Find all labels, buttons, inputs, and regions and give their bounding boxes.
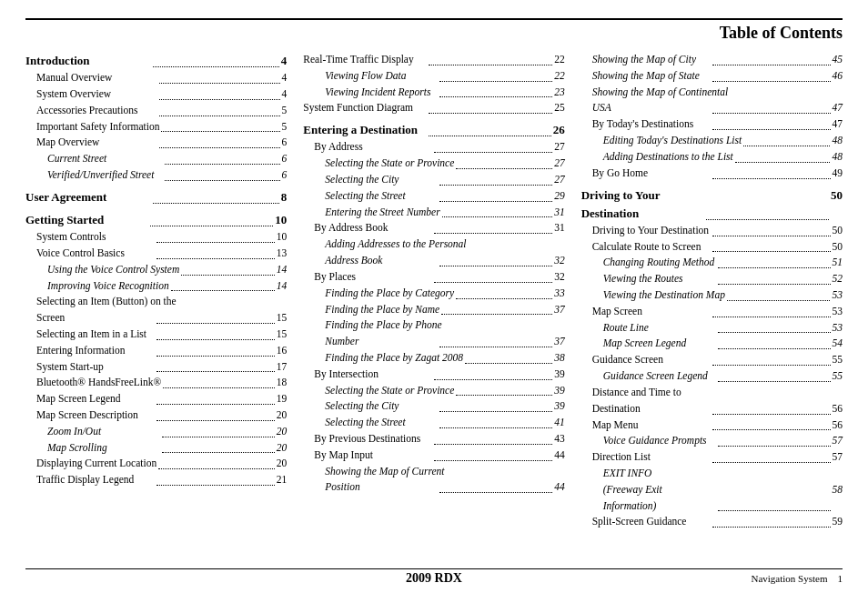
toc-entry: Map Screen Description 20 — [25, 407, 287, 424]
toc-entry: Displaying Current Location 20 — [25, 456, 287, 472]
toc-entry-dots — [434, 220, 552, 234]
toc-entry-dots — [156, 327, 275, 340]
toc-entry-page: 48 — [832, 133, 843, 149]
toc-entry-label: Finding the Place by Name — [325, 302, 439, 318]
toc-wrap-line2: Number 37 — [325, 334, 564, 350]
toc-entry-label: Showing the Map of City — [592, 52, 711, 68]
toc-entry-page: 53 — [832, 287, 843, 304]
toc-entry: Entering Information 16 — [25, 343, 287, 359]
toc-entry-page: 54 — [833, 336, 843, 352]
toc-entry-page: 26 — [553, 121, 565, 139]
toc-entry-label: Viewing Incident Reports — [325, 85, 438, 101]
toc-entry-dots — [712, 68, 831, 82]
toc-entry-page: 19 — [277, 391, 288, 407]
toc-entry-label: By Previous Destinations — [314, 431, 432, 447]
toc-entry-dots — [706, 186, 829, 220]
toc-entry-page: 23 — [554, 85, 565, 101]
toc-entry-page: 47 — [833, 116, 843, 133]
toc-entry-dots — [465, 350, 552, 364]
toc-entry-label: Map Screen Legend — [36, 391, 155, 407]
toc-entry-label: Editing Today's Destinations List — [603, 133, 742, 149]
toc-entry-label: Important Safety Information — [36, 119, 159, 136]
toc-entry-dots — [429, 121, 551, 136]
toc-entry: By Address Book 31 — [303, 220, 564, 236]
toc-entry-dots — [171, 278, 275, 292]
toc-entry-page: 4 — [281, 52, 288, 70]
toc-entry: Map Screen Legend 54 — [581, 336, 843, 352]
footer-model: 2009 RDX — [406, 571, 462, 586]
toc-entry-label: Traffic Display Legend — [36, 472, 155, 488]
toc-entry-dots — [434, 269, 552, 283]
toc-entry: Viewing Flow Data 22 — [303, 68, 564, 85]
toc-entry-label: By Map Input — [314, 447, 432, 464]
toc-entry: Selecting the State or Province 27 — [303, 156, 564, 172]
toc-entry-dots — [153, 188, 278, 204]
toc-wrap-line2: Screen 15 — [36, 310, 287, 327]
toc-entry-page: 32 — [554, 253, 565, 269]
toc-entry-label: Driving to Your Destination — [581, 186, 704, 223]
toc-entry-page: 37 — [554, 302, 565, 318]
toc-entry-dots — [156, 343, 275, 357]
toc-entry: Zoom In/Out 20 — [25, 424, 287, 440]
toc-entry: Selecting the City 27 — [303, 172, 564, 188]
toc-entry-page: 43 — [554, 431, 565, 447]
toc-entry-label: Entering the Street Number — [325, 205, 439, 221]
toc-entry-label: Address Book — [325, 253, 438, 269]
toc-entry-page: 27 — [554, 139, 565, 156]
toc-entry-label: User Agreement — [25, 188, 151, 206]
toc-entry-label: Adding Destinations to the List — [603, 149, 733, 166]
page-header: Table of Contents — [25, 18, 843, 43]
toc-section-header: Entering a Destination 26 — [303, 121, 564, 139]
toc-entry-label: Finding the Place by Category — [325, 286, 454, 302]
toc-entry-dots — [712, 449, 831, 463]
toc-section-header: User Agreement 8 — [25, 188, 287, 206]
toc-entry-dots — [718, 336, 831, 349]
toc-entry-page: 22 — [554, 52, 565, 68]
toc-entry-dots — [156, 472, 275, 486]
toc-entry-page: 20 — [277, 424, 288, 440]
toc-entry-dots — [439, 479, 552, 493]
toc-entry-dots — [159, 103, 280, 116]
toc-entry-page: 20 — [277, 456, 288, 472]
toc-entry-dots — [159, 70, 280, 84]
toc-entry-page: 4 — [282, 70, 288, 86]
toc-entry-dots — [162, 424, 275, 437]
toc-entry-label: Selecting the Street — [325, 415, 438, 431]
toc-entry: Finding the Place by Name 37 — [303, 302, 564, 318]
toc-entry-dots — [439, 398, 552, 412]
toc-entry-dots — [156, 391, 275, 405]
toc-entry-dots — [159, 86, 280, 100]
toc-entry-label: (Freeway Exit Information) — [603, 482, 716, 515]
toc-entry-label: Getting Started — [25, 211, 148, 229]
toc-entry-page: 16 — [277, 343, 288, 359]
toc-entry: Verified/Unverified Street 6 — [25, 167, 287, 184]
toc-entry-dots — [712, 100, 831, 114]
toc-entry: Voice Control Basics 13 — [25, 246, 287, 262]
toc-entry-page: 50 — [833, 239, 843, 256]
toc-wrap-entry: Showing the Map of ContinentalUSA 47 — [581, 85, 843, 117]
toc-entry-label: Using the Voice Control System — [47, 262, 179, 278]
toc-entry-dots — [434, 447, 552, 461]
toc-entry-label: Driving to Your Destination — [592, 223, 711, 239]
toc-entry: Changing Routing Method 51 — [581, 255, 843, 271]
footer-page-num: 1 — [838, 573, 843, 584]
toc-entry-dots — [442, 205, 552, 218]
toc-entry: Adding Destinations to the List 48 — [581, 149, 843, 166]
toc-entry-dots — [712, 52, 831, 65]
footer-nav-label: Navigation System — [751, 573, 827, 584]
toc-entry-label: Current Street — [47, 151, 163, 167]
toc-entry: Voice Guidance Prompts 57 — [581, 433, 843, 449]
toc-wrap-entry: Adding Addresses to the PersonalAddress … — [303, 236, 564, 269]
toc-entry-page: 15 — [277, 327, 288, 343]
toc-entry: Selecting an Item in a List 15 — [25, 327, 287, 343]
toc-entry: Editing Today's Destinations List 48 — [581, 133, 843, 149]
toc-entry-page: 13 — [277, 246, 288, 262]
toc-entry-page: 57 — [833, 433, 843, 449]
toc-entry-dots — [434, 431, 552, 445]
toc-entry-page: 44 — [554, 447, 565, 464]
toc-entry-page: 4 — [282, 86, 288, 103]
toc-entry-label: Route Line — [603, 320, 716, 337]
toc-entry: By Address 27 — [303, 139, 564, 156]
toc-entry-label: By Go Home — [592, 166, 711, 182]
toc-entry-dots — [156, 310, 275, 324]
